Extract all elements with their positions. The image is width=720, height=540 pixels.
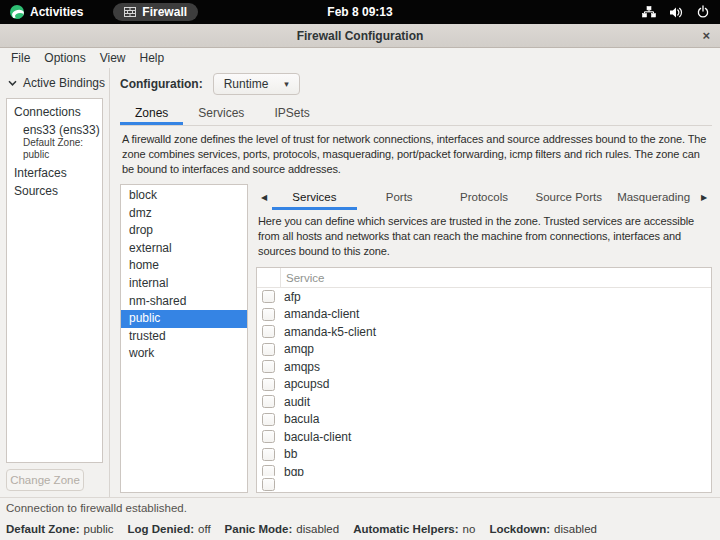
service-checkbox[interactable] <box>262 308 275 321</box>
tree-item-connection-ens33[interactable]: ens33 (ens33) <box>7 121 102 137</box>
tree-item-interfaces[interactable]: Interfaces <box>7 164 102 182</box>
service-checkbox[interactable] <box>262 290 275 303</box>
service-checkbox[interactable] <box>262 465 275 476</box>
active-bindings-expander[interactable]: Active Bindings <box>0 68 109 98</box>
service-checkbox[interactable] <box>262 325 275 338</box>
zone-list-item[interactable]: home <box>121 257 247 275</box>
focused-app-button[interactable]: Firewall <box>113 3 198 21</box>
service-name: amanda-client <box>284 307 359 321</box>
tree-item-sources[interactable]: Sources <box>7 182 102 200</box>
status-value: no <box>463 523 476 535</box>
service-row[interactable]: amanda-k5-client <box>257 323 711 341</box>
service-name: amqps <box>284 360 320 374</box>
system-status-area[interactable] <box>642 5 710 19</box>
service-row[interactable]: amqps <box>257 358 711 376</box>
service-row[interactable]: bgp <box>257 463 711 476</box>
configuration-row: Configuration: Runtime ▾ <box>110 68 720 100</box>
status-pair: Log Denied:off <box>128 523 211 535</box>
zones-content: blockdmzdropexternalhomeinternalnm-share… <box>120 184 712 493</box>
main-notebook: ZonesServicesIPSets A firewalld zone def… <box>120 100 712 493</box>
service-name: bgp <box>284 465 304 477</box>
service-row[interactable]: bacula <box>257 411 711 429</box>
service-checkbox[interactable] <box>262 478 275 491</box>
power-icon <box>696 5 710 19</box>
status-value: disabled <box>554 523 597 535</box>
change-zone-button[interactable]: Change Zone <box>6 469 84 491</box>
zone-tabs: ServicesPortsProtocolsSource PortsMasque… <box>272 184 696 210</box>
service-checkbox[interactable] <box>262 378 275 391</box>
desktop-screen: Activities Firewall Feb 8 09:13 Firewall… <box>0 0 720 540</box>
status-value: public <box>83 523 113 535</box>
service-row[interactable]: apcupsd <box>257 376 711 394</box>
configuration-dropdown[interactable]: Runtime ▾ <box>213 73 300 95</box>
zone-list-item[interactable]: internal <box>121 275 247 293</box>
service-name: bacula-client <box>284 430 351 444</box>
service-checkbox[interactable] <box>262 343 275 356</box>
menu-item[interactable]: Options <box>37 48 92 68</box>
service-checkbox[interactable] <box>262 448 275 461</box>
tab-scroll-right-button[interactable]: ▶ <box>696 184 712 210</box>
service-row[interactable]: audit <box>257 393 711 411</box>
zones-description: A firewalld zone defines the level of tr… <box>120 126 712 184</box>
service-checkbox[interactable] <box>262 360 275 373</box>
window-body: Active Bindings Connections ens33 (ens33… <box>0 68 720 497</box>
zone-list-item[interactable]: trusted <box>121 328 247 346</box>
service-row[interactable]: bacula-client <box>257 428 711 446</box>
service-row-partial[interactable] <box>257 476 711 492</box>
zone-list-item[interactable]: work <box>121 345 247 363</box>
zone-list-item[interactable]: drop <box>121 222 247 240</box>
service-checkbox[interactable] <box>262 430 275 443</box>
service-row[interactable]: afp <box>257 288 711 306</box>
zone-tab-strip: ◀ ServicesPortsProtocolsSource PortsMasq… <box>256 184 712 210</box>
status-pair: Default Zone:public <box>6 523 114 535</box>
tab-scroll-left-button[interactable]: ◀ <box>256 184 272 210</box>
service-name: audit <box>284 395 310 409</box>
menubar: FileOptionsViewHelp <box>0 48 720 68</box>
main-tab[interactable]: Zones <box>120 100 183 125</box>
zone-tab[interactable]: Source Ports <box>526 184 611 210</box>
statusbar-message: Connection to firewalld established. <box>6 502 187 514</box>
chevron-down-icon <box>8 80 17 86</box>
firewall-app-icon <box>124 6 136 18</box>
service-row[interactable]: amanda-client <box>257 306 711 324</box>
services-table-header[interactable]: Service <box>257 268 711 288</box>
zone-list-item[interactable]: external <box>121 240 247 258</box>
main-tab[interactable]: IPSets <box>259 100 324 125</box>
service-name: bacula <box>284 412 319 426</box>
services-rows: afp amanda-client <box>257 288 711 476</box>
zone-list-item[interactable]: block <box>121 187 247 205</box>
focused-app-label: Firewall <box>142 5 187 19</box>
checkbox-column-header <box>257 268 281 287</box>
status-key: Default Zone: <box>6 523 79 535</box>
status-value: off <box>198 523 211 535</box>
service-checkbox[interactable] <box>262 413 275 426</box>
service-checkbox[interactable] <box>262 395 275 408</box>
status-pair: Automatic Helpers:no <box>353 523 475 535</box>
zone-tab[interactable]: Services <box>272 184 357 210</box>
status-pair: Panic Mode:disabled <box>225 523 340 535</box>
service-column-header: Service <box>281 272 324 284</box>
service-row[interactable]: amqp <box>257 341 711 359</box>
zone-tab[interactable]: Ports <box>357 184 442 210</box>
status-pair: Lockdown:disabled <box>489 523 597 535</box>
zone-list-item[interactable]: public <box>121 310 247 328</box>
zone-list-item[interactable]: dmz <box>121 205 247 223</box>
services-table: Service afp <box>256 267 712 493</box>
window-titlebar[interactable]: Firewall Configuration × <box>0 24 720 48</box>
zone-list: blockdmzdropexternalhomeinternalnm-share… <box>120 184 248 493</box>
clock-button[interactable]: Feb 8 09:13 <box>327 5 392 19</box>
service-row[interactable]: bb <box>257 446 711 464</box>
zone-detail-panel: ◀ ServicesPortsProtocolsSource PortsMasq… <box>256 184 712 493</box>
main-tab[interactable]: Services <box>183 100 259 125</box>
tree-item-connections[interactable]: Connections <box>7 103 102 121</box>
menu-item[interactable]: View <box>93 48 133 68</box>
activities-button[interactable]: Activities <box>10 5 83 19</box>
zone-list-item[interactable]: nm-shared <box>121 293 247 311</box>
menu-item[interactable]: Help <box>133 48 172 68</box>
zone-tab[interactable]: Masquerading <box>611 184 696 210</box>
menu-item[interactable]: File <box>4 48 37 68</box>
zone-tab[interactable]: Protocols <box>442 184 527 210</box>
close-window-button[interactable]: × <box>702 24 710 47</box>
service-name: amqp <box>284 342 314 356</box>
status-key: Automatic Helpers: <box>353 523 458 535</box>
